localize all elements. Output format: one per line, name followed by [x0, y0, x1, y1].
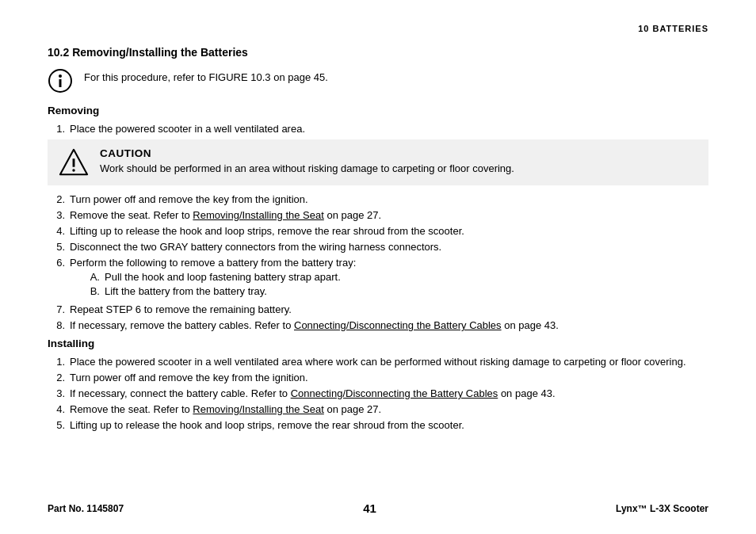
removing-step-7: 7. Repeat STEP 6 to remove the remaining… — [48, 303, 708, 315]
removing-step-4: 4. Lifting up to release the hook and lo… — [48, 225, 708, 237]
installing-step-5: 5. Lifting up to release the hook and lo… — [48, 419, 708, 431]
removing-step-2: 2. Turn power off and remove the key fro… — [48, 193, 708, 205]
removing-step-1: 1. Place the powered scooter in a well v… — [48, 123, 708, 135]
info-icon — [48, 68, 73, 93]
installing-title: Installing — [48, 338, 708, 349]
removing-step-8: 8. If necessary, remove the battery cabl… — [48, 319, 708, 331]
removing-title: Removing — [48, 105, 708, 116]
removing-step-8-link: Connecting/Disconnecting the Battery Cab… — [294, 319, 502, 331]
footer-product-name: Lynx™ L-3X Scooter — [616, 503, 708, 514]
installing-step-3: 3. If necessary, connect the battery cab… — [48, 387, 708, 399]
chapter-header: 10 BATTERIES — [48, 24, 708, 33]
installing-step-4: 4. Remove the seat. Refer to Removing/In… — [48, 403, 708, 415]
footer-part-number: Part No. 1145807 — [48, 503, 124, 514]
removing-step-3-link: Removing/Installing the Seat — [193, 209, 323, 221]
svg-point-1 — [59, 74, 62, 78]
removing-step-6: 6. Perform the following to remove a bat… — [48, 257, 708, 299]
svg-rect-2 — [59, 79, 62, 87]
section-title: 10.2 Removing/Installing the Batteries — [48, 46, 708, 59]
removing-step-6a: A. Pull the hook and loop fastening batt… — [70, 271, 356, 283]
caution-icon — [59, 147, 89, 177]
removing-steps-2-8: 2. Turn power off and remove the key fro… — [48, 193, 708, 331]
caution-text: Work should be performed in an area with… — [100, 162, 697, 174]
installing-steps-list: 1. Place the powered scooter in a well v… — [48, 356, 708, 431]
caution-content: CAUTION Work should be performed in an a… — [100, 147, 697, 174]
svg-point-5 — [72, 169, 74, 171]
removing-step-6-substeps: A. Pull the hook and loop fastening batt… — [70, 271, 356, 297]
info-note-box: For this procedure, refer to FIGURE 10.3… — [48, 68, 708, 93]
footer-page-number: 41 — [363, 502, 376, 515]
installing-step-2: 2. Turn power off and remove the key fro… — [48, 372, 708, 383]
info-note-text: For this procedure, refer to FIGURE 10.3… — [84, 68, 328, 83]
removing-step-3: 3. Remove the seat. Refer to Removing/In… — [48, 209, 708, 221]
removing-step-5: 5. Disconnect the two GRAY battery conne… — [48, 241, 708, 253]
caution-box: CAUTION Work should be performed in an a… — [48, 139, 708, 185]
installing-step-3-link: Connecting/Disconnecting the Battery Cab… — [291, 387, 498, 399]
svg-rect-4 — [73, 158, 75, 166]
caution-title: CAUTION — [100, 147, 697, 159]
installing-step-1: 1. Place the powered scooter in a well v… — [48, 356, 708, 368]
installing-step-4-link: Removing/Installing the Seat — [193, 403, 323, 415]
removing-steps-list: 1. Place the powered scooter in a well v… — [48, 123, 708, 135]
removing-step-6b: B. Lift the battery from the battery tra… — [70, 285, 356, 297]
page-footer: Part No. 1145807 41 Lynx™ L-3X Scooter — [48, 502, 708, 515]
